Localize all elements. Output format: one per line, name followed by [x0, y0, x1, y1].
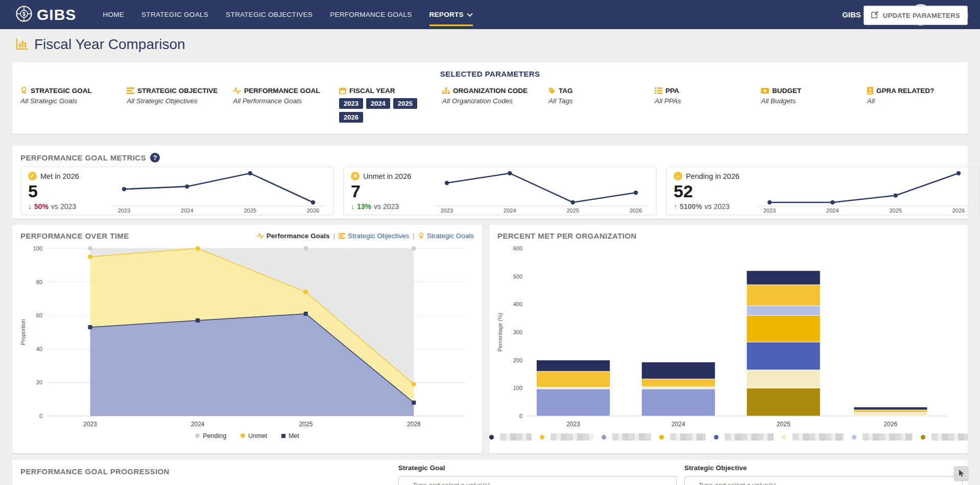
metric-label: Pending in 2026 [686, 172, 739, 180]
money-icon [761, 88, 769, 94]
metric-compare: vs 2023 [374, 202, 399, 211]
fiscal-year-tag: 2026 [339, 112, 363, 123]
strategic-objective-field: Strategic Objective [684, 464, 963, 485]
tag-icon [548, 87, 556, 95]
pulse-icon [257, 233, 264, 239]
fiscal-year-tags: 2023 2024 2025 2026 [339, 98, 421, 123]
id-card-icon [867, 87, 873, 95]
svg-text:$: $ [22, 11, 26, 17]
blurred-legend-label [725, 433, 774, 441]
param-ppa: PPA All PPAs [655, 87, 681, 105]
metric-value: 7 [351, 183, 432, 199]
svg-text:2023: 2023 [118, 207, 130, 214]
list-icon [339, 233, 345, 239]
arrow-up-icon: ↑ [674, 202, 677, 211]
arrow-down-icon: ↓ [28, 202, 32, 211]
nav-item-strategic-objectives[interactable]: STRATEGIC OBJECTIVES [226, 0, 313, 29]
legend-item [659, 433, 706, 441]
area-chart-legend: Pending Unmet Met [12, 432, 482, 440]
sparkline-chart: 2023202420252026 [754, 167, 974, 215]
medal-icon [418, 233, 424, 239]
svg-text:500: 500 [513, 273, 522, 280]
bar-chart-legend [489, 433, 968, 441]
check-circle-icon: ✓ [28, 172, 37, 180]
param-tag: TAG All Tags [548, 87, 573, 105]
stacked-bar-chart: 0100200300400500600Percentage (%)2023202… [494, 241, 957, 430]
svg-text:0: 0 [519, 413, 522, 419]
svg-text:2023: 2023 [566, 421, 580, 428]
help-icon[interactable]: ? [150, 153, 160, 163]
nav-item-reports[interactable]: REPORTS [429, 0, 473, 29]
fiscal-year-tag: 2025 [393, 98, 417, 109]
chevron-down-icon [467, 13, 473, 17]
x-circle-icon: ✕ [351, 172, 360, 180]
medal-icon [20, 87, 28, 95]
legend-item [714, 433, 774, 441]
strategic-objective-label: Strategic Objective [684, 464, 963, 472]
metric-compare: vs 2023 [705, 202, 730, 211]
svg-text:100: 100 [33, 245, 42, 251]
pulse-icon [233, 87, 241, 94]
legend-item [921, 433, 968, 441]
legend-item [782, 433, 844, 441]
nav-item-performance-goals[interactable]: PERFORMANCE GOALS [330, 0, 412, 29]
svg-text:2026: 2026 [630, 207, 642, 214]
cursor-icon [957, 469, 965, 477]
svg-text:2025: 2025 [566, 207, 579, 214]
legend-item [852, 433, 913, 441]
metric-tile-met: ✓Met in 2026 5 ↓50%vs 2023 2023202420252… [20, 167, 334, 215]
svg-text:80: 80 [36, 279, 42, 285]
nav-item-home[interactable]: HOME [103, 0, 124, 29]
svg-text:2026: 2026 [952, 207, 965, 214]
svg-text:2025: 2025 [777, 421, 791, 428]
page-title: Fiscal Year Comparison [34, 36, 185, 53]
arrow-down-icon: ↓ [351, 202, 354, 211]
metric-delta: 5100% [680, 202, 702, 211]
view-link-strategic-goals[interactable]: Strategic Goals [418, 232, 474, 240]
active-tab-underline [429, 25, 473, 26]
param-strategic-objective: STRATEGIC OBJECTIVE All Strategic Object… [127, 87, 218, 105]
svg-text:2023: 2023 [441, 207, 453, 214]
nav-menu: HOME STRATEGIC GOALS STRATEGIC OBJECTIVE… [103, 0, 473, 29]
bar-chart-icon [15, 37, 29, 53]
nav-item-strategic-goals[interactable]: STRATEGIC GOALS [141, 0, 208, 29]
bar-chart-title: PERCENT MET PER ORGANIZATION [497, 232, 637, 240]
param-organization-code: ORGANIZATION CODE All Organization Codes [442, 87, 528, 105]
separator: | [333, 232, 336, 240]
metric-tile-unmet: ✕Unmet in 2026 7 ↓13%vs 2023 20232024202… [343, 167, 657, 215]
svg-text:2025: 2025 [889, 207, 901, 214]
blurred-legend-label [500, 433, 532, 441]
view-link-performance-goals[interactable]: Performance Goals [257, 232, 330, 240]
blurred-legend-label [551, 433, 593, 441]
svg-text:Proportion: Proportion [20, 319, 26, 345]
svg-text:0: 0 [39, 413, 42, 419]
svg-text:40: 40 [36, 346, 42, 352]
strategic-objective-input[interactable] [684, 476, 963, 485]
metric-label: Met in 2026 [40, 172, 79, 180]
metric-value: 5 [28, 183, 109, 199]
svg-text:2026: 2026 [884, 421, 898, 428]
area-chart-title: PERFORMANCE OVER TIME [20, 232, 129, 240]
pointer-tool-button[interactable] [954, 466, 968, 480]
view-link-strategic-objectives[interactable]: Strategic Objectives [339, 232, 409, 240]
metric-compare: vs 2023 [51, 202, 76, 211]
update-parameters-button[interactable]: UPDATE PARAMETERS [864, 6, 968, 25]
svg-text:60: 60 [36, 312, 42, 318]
metric-delta: 50% [34, 202, 49, 211]
selected-parameters-card: SELECTED PARAMETERS STRATEGIC GOAL All S… [12, 62, 968, 134]
performance-goal-metrics-card: PERFORMANCE GOAL METRICS ? ✓Met in 2026 … [12, 146, 968, 219]
legend-item [489, 433, 532, 441]
fiscal-year-tag: 2023 [339, 98, 363, 109]
legend-item [602, 433, 651, 441]
brand-text: GIBS [37, 6, 76, 24]
gibs-logo[interactable]: $ GIBS [15, 5, 76, 25]
svg-text:2026: 2026 [407, 421, 421, 428]
svg-text:Percentage (%): Percentage (%) [497, 313, 503, 352]
svg-text:300: 300 [513, 329, 522, 335]
svg-text:2025: 2025 [299, 421, 313, 428]
svg-text:2024: 2024 [504, 207, 516, 214]
strategic-goal-input[interactable] [398, 476, 677, 485]
metric-value: 52 [674, 183, 754, 199]
svg-text:2024: 2024 [191, 421, 205, 428]
fiscal-year-tag: 2024 [366, 98, 390, 109]
